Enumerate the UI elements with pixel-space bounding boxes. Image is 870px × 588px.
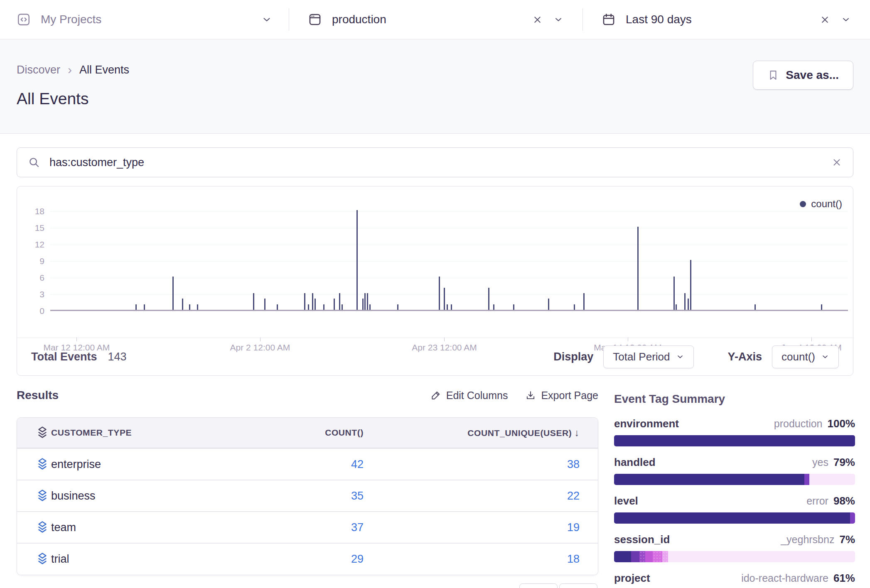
count-value-link[interactable]: 37 <box>260 521 364 534</box>
environment-selector-label: production <box>332 13 386 26</box>
y-axis-dropdown[interactable]: count() <box>772 345 839 368</box>
chart-bar[interactable] <box>583 293 585 310</box>
chart-bar[interactable] <box>369 304 371 310</box>
date-clear-icon[interactable] <box>820 15 830 25</box>
column-header-customer-type[interactable]: CUSTOMER_TYPE <box>44 428 260 438</box>
tag-bar-segment[interactable] <box>809 474 855 485</box>
sort-desc-icon: ↓ <box>574 427 580 438</box>
tag-bar-segment[interactable] <box>850 512 855 524</box>
chart-bar[interactable] <box>342 304 343 310</box>
chart-bar[interactable] <box>135 304 137 310</box>
chart-bar[interactable] <box>304 293 305 310</box>
chart-bar[interactable] <box>312 293 313 310</box>
search-bar[interactable] <box>17 147 853 177</box>
chart-bar[interactable] <box>513 304 514 310</box>
chart-bar[interactable] <box>277 304 278 310</box>
chart-bar[interactable] <box>488 288 489 310</box>
tag-top-value: yes <box>812 456 828 468</box>
environment-selector[interactable]: production <box>289 0 582 39</box>
count-value-link[interactable]: 35 <box>260 490 364 502</box>
chart-bar[interactable] <box>684 293 686 310</box>
chart-bar[interactable] <box>548 299 549 310</box>
tag-distribution-bar[interactable] <box>614 551 855 562</box>
count-unique-user-value-link[interactable]: 18 <box>364 553 580 566</box>
tag-distribution-bar[interactable] <box>614 512 855 524</box>
display-dropdown[interactable]: Total Period <box>603 345 693 368</box>
tag-distribution-bar[interactable] <box>614 435 855 446</box>
tag-bar-segment[interactable] <box>631 551 639 562</box>
breadcrumb-discover-link[interactable]: Discover <box>17 64 60 76</box>
tag-bar-segment[interactable] <box>645 551 652 562</box>
chart-bar[interactable] <box>690 260 691 310</box>
chart-bar[interactable] <box>688 299 689 310</box>
chart-bar[interactable] <box>182 299 183 310</box>
pagination-previous-button[interactable] <box>519 583 558 588</box>
tag-distribution-bar[interactable] <box>614 474 855 485</box>
chart-bar[interactable] <box>315 299 316 310</box>
tag-bar-segment[interactable] <box>614 435 855 446</box>
count-unique-user-value-link[interactable]: 38 <box>364 458 580 471</box>
date-range-selector[interactable]: Last 90 days <box>582 0 870 39</box>
project-selector-label: My Projects <box>41 13 101 26</box>
tag-bar-segment[interactable] <box>614 512 850 524</box>
tag-bar-segment[interactable] <box>614 474 804 485</box>
chart-bar[interactable] <box>339 293 340 310</box>
chart-bar[interactable] <box>264 299 265 310</box>
chart-bar[interactable] <box>821 304 822 310</box>
column-header-count-unique-user[interactable]: COUNT_UNIQUE(USER)↓ <box>364 427 580 439</box>
chart-gridline <box>50 245 848 245</box>
date-chevron-down-icon[interactable] <box>841 15 851 24</box>
environment-chevron-down-icon[interactable] <box>553 15 563 24</box>
chart-bar[interactable] <box>189 304 190 310</box>
chart-bar[interactable] <box>493 304 494 310</box>
chart-bar[interactable] <box>754 304 756 310</box>
chart-bar[interactable] <box>356 210 358 310</box>
chart-bar[interactable] <box>367 293 368 310</box>
chart-bar[interactable] <box>172 277 174 310</box>
edit-columns-label: Edit Columns <box>446 390 508 402</box>
chart-bar[interactable] <box>323 304 324 310</box>
chart-bar[interactable] <box>253 293 254 310</box>
count-unique-user-value-link[interactable]: 22 <box>364 490 580 502</box>
chart-bar[interactable] <box>144 304 145 310</box>
count-value-link[interactable]: 42 <box>260 458 364 471</box>
project-selector[interactable]: My Projects <box>0 0 289 39</box>
y-axis-tick-label: 9 <box>23 256 44 266</box>
tag-bar-segment[interactable] <box>653 551 662 562</box>
project-chevron-down-icon[interactable] <box>261 14 272 25</box>
chart-legend[interactable]: count() <box>800 198 842 210</box>
chart-bar[interactable] <box>447 304 448 310</box>
export-page-button[interactable]: Export Page <box>525 390 598 402</box>
tag-bar-segment[interactable] <box>662 551 668 562</box>
tag-summary-row: environmentproduction100% <box>614 417 855 446</box>
y-axis-tick-label: 0 <box>23 306 44 316</box>
save-as-button[interactable]: Save as... <box>753 61 853 90</box>
column-header-count[interactable]: COUNT() <box>260 428 364 438</box>
chart-bar[interactable] <box>451 304 452 310</box>
chart-bar[interactable] <box>574 304 575 310</box>
chart-bar[interactable] <box>637 227 639 310</box>
chart-bar[interactable] <box>334 299 335 310</box>
chart-bar[interactable] <box>308 304 309 310</box>
chart-bar[interactable] <box>197 304 198 310</box>
page-title: All Events <box>17 90 88 108</box>
y-axis-tick-label: 15 <box>23 223 44 233</box>
count-unique-user-value-link[interactable]: 19 <box>364 521 580 534</box>
chart-bar[interactable] <box>439 277 440 310</box>
tag-bar-segment[interactable] <box>639 551 646 562</box>
tag-bar-segment[interactable] <box>804 474 809 485</box>
chart-bar[interactable] <box>364 293 366 310</box>
chart-bar[interactable] <box>676 304 677 310</box>
edit-columns-button[interactable]: Edit Columns <box>430 390 508 402</box>
environment-clear-icon[interactable] <box>532 15 543 25</box>
tag-bar-segment[interactable] <box>668 551 855 562</box>
search-clear-icon[interactable] <box>831 157 842 168</box>
search-input[interactable] <box>49 156 831 169</box>
tag-bar-segment[interactable] <box>614 551 631 562</box>
count-value-link[interactable]: 29 <box>260 553 364 566</box>
chart-bar[interactable] <box>362 299 364 310</box>
chart-bar[interactable] <box>673 277 675 310</box>
chart-bar[interactable] <box>397 304 398 310</box>
pagination-next-button[interactable] <box>559 583 597 588</box>
chart-bar[interactable] <box>444 288 445 310</box>
